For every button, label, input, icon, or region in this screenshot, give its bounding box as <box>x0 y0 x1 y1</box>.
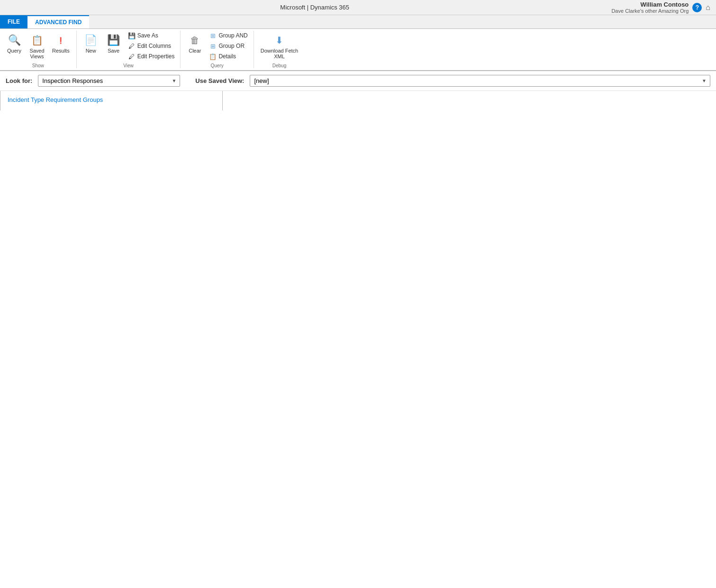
ribbon-btn-save-as[interactable]: 💾 Save As <box>126 31 177 40</box>
ribbon-btn-group-or-label: Group OR <box>218 43 245 49</box>
details-icon: 📋 <box>209 53 217 60</box>
ribbon-group-query: 🗑 Clear ⊞ Group AND ⊞ Group OR 📋 Details… <box>181 31 254 68</box>
results-icon: ❗ <box>53 33 68 48</box>
saved-view-select[interactable]: [new] <box>250 75 710 87</box>
ribbon-btn-edit-columns[interactable]: 🖊 Edit Columns <box>126 41 177 51</box>
edit-columns-icon: 🖊 <box>128 42 136 50</box>
ribbon-btn-new[interactable]: 📄 New <box>81 31 101 55</box>
look-for-select[interactable]: Inspection Responses <box>38 75 180 87</box>
download-fetch-xml-icon: ⬇ <box>272 33 287 48</box>
look-for-select-wrapper: Inspection Responses <box>38 75 180 87</box>
saved-views-icon: 📋 <box>29 33 45 48</box>
dropdown-item-incident-type-service-tasks[interactable]: Incident Type Service Tasks <box>0 109 222 110</box>
top-bar: Microsoft | Dynamics 365 William Contoso… <box>0 0 716 15</box>
tab-file[interactable]: FILE <box>0 15 27 28</box>
ribbon-btn-save-label: Save <box>108 48 119 54</box>
help-button[interactable]: ? <box>692 3 702 12</box>
ribbon-btn-group-and[interactable]: ⊞ Group AND <box>207 31 249 40</box>
ribbon-group-view: 📄 New 💾 Save 💾 Save As 🖊 Edit Columns 🖊 <box>77 31 181 68</box>
ribbon-group-show-items: 🔍 Query 📋 SavedViews ❗ Results <box>4 31 73 61</box>
ribbon-group-show-label: Show <box>32 63 44 68</box>
group-and-icon: ⊞ <box>209 32 217 39</box>
ribbon-group-show: 🔍 Query 📋 SavedViews ❗ Results Show <box>0 31 77 68</box>
query-icon: 🔍 <box>7 33 22 48</box>
save-icon: 💾 <box>106 33 121 48</box>
use-saved-view-label: Use Saved View: <box>195 77 244 84</box>
ribbon-btn-results[interactable]: ❗ Results <box>49 31 73 55</box>
saved-view-select-wrapper: [new] <box>250 75 710 87</box>
home-icon[interactable]: ⌂ <box>706 3 710 12</box>
dropdown-item-incident-type-req-groups[interactable]: Incident Type Requirement Groups <box>0 91 222 109</box>
ribbon-btn-save[interactable]: 💾 Save <box>103 31 124 55</box>
ribbon-group-query-items: 🗑 Clear ⊞ Group AND ⊞ Group OR 📋 Details <box>184 31 249 61</box>
user-name: William Contoso <box>611 1 689 8</box>
ribbon-btn-edit-properties[interactable]: 🖊 Edit Properties <box>126 52 177 61</box>
ribbon-btn-group-or[interactable]: ⊞ Group OR <box>207 41 249 51</box>
lookup-bar: Look for: Inspection Responses Use Saved… <box>0 71 716 91</box>
ribbon-btn-download-fetch-xml-label: Download FetchXML <box>261 48 299 59</box>
ribbon-query-small-items: ⊞ Group AND ⊞ Group OR 📋 Details <box>207 31 249 61</box>
ribbon-btn-clear-label: Clear <box>189 48 201 54</box>
ribbon-btn-new-label: New <box>86 48 96 54</box>
ribbon-btn-download-fetch-xml[interactable]: ⬇ Download FetchXML <box>258 31 301 61</box>
brand-center: Microsoft | Dynamics 365 <box>268 3 349 12</box>
ribbon-view-small-items: 💾 Save As 🖊 Edit Columns 🖊 Edit Properti… <box>126 31 177 61</box>
clear-icon: 🗑 <box>187 33 202 48</box>
ribbon-btn-edit-properties-label: Edit Properties <box>137 53 175 60</box>
new-icon: 📄 <box>83 33 99 48</box>
ribbon-group-debug: ⬇ Download FetchXML Debug <box>254 31 305 68</box>
user-org: Dave Clarke's other Amazing Org <box>611 8 689 14</box>
look-for-label: Look for: <box>6 77 32 84</box>
user-info: William Contoso Dave Clarke's other Amaz… <box>611 1 689 14</box>
top-bar-right: William Contoso Dave Clarke's other Amaz… <box>611 1 710 14</box>
ribbon-btn-results-label: Results <box>52 48 70 54</box>
ribbon-group-debug-label: Debug <box>272 63 286 68</box>
group-or-icon: ⊞ <box>209 42 217 50</box>
ms-logo-icon <box>268 3 276 12</box>
brand-label: Microsoft | Dynamics 365 <box>280 4 349 11</box>
save-as-icon: 💾 <box>128 32 136 39</box>
ribbon-group-query-label: Query <box>210 63 223 68</box>
ribbon-tabs: FILE ADVANCED FIND <box>0 15 716 29</box>
ribbon-btn-group-and-label: Group AND <box>218 32 247 39</box>
edit-properties-icon: 🖊 <box>128 53 136 60</box>
tab-advanced-find[interactable]: ADVANCED FIND <box>27 15 89 28</box>
ribbon-group-debug-items: ⬇ Download FetchXML <box>258 31 301 61</box>
ribbon-btn-save-as-label: Save As <box>137 32 158 39</box>
ribbon-btn-query[interactable]: 🔍 Query <box>4 31 25 55</box>
ribbon-btn-details-label: Details <box>218 53 236 60</box>
main-content: Sele... Incident Type Requirement Groups… <box>0 91 716 110</box>
ribbon-group-view-items: 📄 New 💾 Save 💾 Save As 🖊 Edit Columns 🖊 <box>81 31 177 61</box>
ribbon-group-view-label: View <box>123 63 134 68</box>
ribbon-btn-details[interactable]: 📋 Details <box>207 52 249 61</box>
ribbon-body: 🔍 Query 📋 SavedViews ❗ Results Show 📄 Ne… <box>0 29 716 71</box>
ribbon-btn-query-label: Query <box>7 48 21 54</box>
ribbon-btn-saved-views[interactable]: 📋 SavedViews <box>27 31 47 61</box>
ribbon-btn-saved-views-label: SavedViews <box>29 48 44 59</box>
ribbon-btn-edit-columns-label: Edit Columns <box>137 43 171 49</box>
dropdown-open: Incident Type Requirement GroupsIncident… <box>0 91 223 110</box>
dropdown-list: Incident Type Requirement GroupsIncident… <box>0 91 222 110</box>
ribbon-btn-clear[interactable]: 🗑 Clear <box>184 31 205 55</box>
